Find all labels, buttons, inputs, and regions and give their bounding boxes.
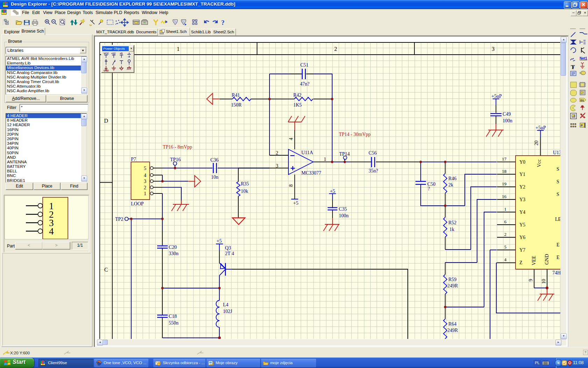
svg-text:P: P	[581, 124, 583, 127]
svg-text:249R: 249R	[447, 328, 458, 333]
svg-text:Y7: Y7	[519, 247, 525, 253]
svg-text:16: 16	[502, 194, 507, 199]
svg-text:4: 4	[288, 138, 294, 140]
svg-text:5: 5	[144, 166, 146, 171]
svg-text:+5: +5	[293, 200, 299, 206]
svg-text:10n: 10n	[211, 175, 218, 180]
svg-text:2: 2	[276, 150, 278, 156]
svg-text:S: S	[556, 166, 559, 172]
svg-text:4: 4	[144, 173, 146, 178]
svg-text:2k: 2k	[448, 182, 453, 188]
svg-text:+5uP: +5uP	[536, 125, 546, 130]
svg-text:249R: 249R	[447, 283, 458, 288]
svg-text:-5: -5	[128, 55, 130, 58]
svg-text:3: 3	[144, 179, 146, 184]
svg-text:10k: 10k	[241, 189, 248, 194]
svg-text:U11A: U11A	[301, 150, 314, 155]
svg-text:C18: C18	[169, 314, 177, 319]
svg-text:100n: 100n	[339, 213, 349, 218]
svg-text:E: E	[556, 242, 560, 247]
svg-text:Q3: Q3	[225, 245, 231, 251]
svg-text:9: 9	[528, 279, 533, 281]
svg-text:17: 17	[502, 156, 507, 162]
svg-text:19: 19	[502, 181, 506, 186]
svg-text:MC33077: MC33077	[301, 170, 321, 176]
svg-text:C56: C56	[369, 150, 377, 156]
svg-text:TP16 - 8mVpp: TP16 - 8mVpp	[163, 144, 192, 150]
svg-text:1: 1	[324, 157, 326, 162]
svg-text:74H: 74H	[552, 270, 560, 275]
svg-text:R35: R35	[241, 181, 249, 186]
svg-text:150R: 150R	[231, 102, 242, 108]
svg-text:2T 4: 2T 4	[225, 251, 234, 256]
svg-text:GND: GND	[104, 69, 109, 72]
svg-text:E: E	[556, 255, 560, 260]
svg-text:8: 8	[288, 184, 294, 187]
svg-text:R41: R41	[232, 93, 240, 98]
svg-text:GND: GND	[544, 254, 550, 265]
svg-text:1: 1	[504, 206, 507, 212]
svg-text:C51: C51	[300, 62, 308, 68]
svg-text:VEE: VEE	[531, 256, 537, 265]
svg-text:6: 6	[504, 219, 507, 224]
svg-text:+5: +5	[330, 189, 335, 194]
svg-text:4: 4	[49, 226, 54, 237]
svg-text:L4: L4	[223, 302, 229, 307]
svg-text:1K5: 1K5	[293, 102, 302, 108]
svg-text:U13: U13	[553, 150, 560, 155]
svg-text:C20: C20	[169, 245, 177, 250]
svg-text:P7: P7	[131, 157, 136, 162]
svg-text:+5uP: +5uP	[491, 94, 502, 99]
svg-text:T: T	[571, 64, 575, 70]
svg-text:?: ?	[221, 19, 225, 26]
svg-text:VCC: VCC	[104, 52, 109, 55]
svg-text:2: 2	[144, 185, 146, 190]
svg-text:S: S	[556, 192, 559, 197]
svg-text:LE: LE	[555, 217, 560, 222]
svg-text:Y3: Y3	[519, 197, 525, 202]
svg-text:D: D	[104, 118, 108, 124]
svg-text:C35: C35	[339, 206, 347, 212]
svg-text:Y6: Y6	[519, 235, 525, 240]
svg-text:Vcc: Vcc	[537, 159, 542, 167]
svg-text:Net1: Net1	[580, 56, 587, 60]
svg-text:TP14 - 30mVpp: TP14 - 30mVpp	[339, 132, 371, 137]
svg-text:+5: +5	[120, 52, 122, 55]
svg-text:Y1: Y1	[519, 172, 525, 177]
svg-text:20: 20	[534, 141, 539, 145]
svg-text:R64: R64	[448, 321, 456, 327]
svg-text:TP2: TP2	[115, 217, 123, 222]
svg-text:C49: C49	[503, 111, 511, 117]
svg-text:TP16: TP16	[170, 157, 181, 162]
svg-text:D1: D1	[580, 99, 584, 102]
svg-text:TP14: TP14	[339, 151, 350, 157]
svg-text:1: 1	[144, 191, 146, 196]
svg-text:Y4: Y4	[519, 210, 525, 215]
svg-text:?: ?	[428, 186, 430, 191]
svg-text:550n: 550n	[169, 320, 178, 326]
svg-text:C: C	[104, 267, 108, 273]
svg-text:47n?: 47n?	[300, 81, 309, 87]
svg-text:Y2: Y2	[519, 184, 525, 190]
svg-text:Y0: Y0	[519, 159, 525, 165]
svg-text:1k: 1k	[449, 227, 454, 232]
svg-text:4: 4	[504, 257, 507, 262]
svg-text:+12: +12	[111, 52, 115, 55]
svg-text:3: 3	[492, 46, 495, 52]
svg-text:102J: 102J	[223, 309, 232, 314]
svg-text:R42: R42	[293, 93, 301, 98]
svg-text:18: 18	[502, 169, 506, 174]
svg-text:5: 5	[504, 244, 507, 250]
svg-text:S: S	[556, 179, 559, 184]
svg-text:R52: R52	[448, 220, 456, 225]
svg-text:+5: +5	[217, 238, 222, 244]
svg-text:3: 3	[276, 163, 278, 169]
svg-text:35n?: 35n?	[369, 168, 378, 173]
svg-text:R59: R59	[448, 277, 456, 282]
svg-text:Y5: Y5	[519, 222, 525, 227]
svg-text:2: 2	[504, 232, 507, 237]
svg-text:LOOP: LOOP	[131, 201, 144, 206]
svg-text:Z: Z	[519, 260, 523, 265]
svg-text:1: 1	[177, 46, 180, 52]
svg-text:R46: R46	[448, 176, 456, 181]
